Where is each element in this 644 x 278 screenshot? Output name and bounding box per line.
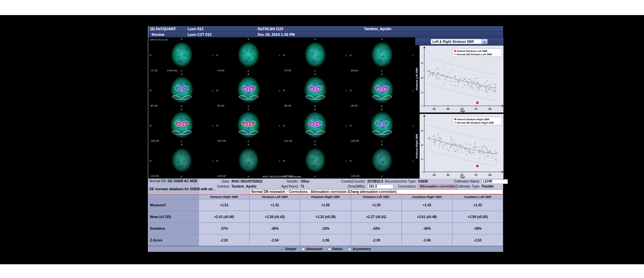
- slice-cell[interactable]: APRL-91.00: [215, 73, 282, 108]
- table-value-cell: +2.59 (±0.50): [452, 211, 503, 223]
- table-value-cell: -33%: [300, 223, 351, 234]
- slice-position-label: -103.00: [150, 139, 159, 142]
- mode-label: Review: [152, 32, 164, 37]
- slice-position-label: -115.00: [350, 139, 359, 142]
- uptake-pattern: [371, 147, 393, 173]
- orientation-marker-right: L: [413, 160, 414, 162]
- striatum-right-roi-outline: [380, 85, 390, 92]
- orientation-marker-bottom: P: [314, 105, 316, 108]
- slice-position-label: -83.00: [350, 69, 358, 72]
- orientation-marker-top: A: [181, 73, 182, 75]
- table-value-cell: -45%: [402, 223, 452, 234]
- normal-db-label: Normal DB:: [149, 179, 167, 183]
- radio-advanced[interactable]: Advanced: [302, 247, 322, 251]
- table-value-cell: +2.27 (±0.41): [351, 211, 402, 223]
- orientation-marker-right: L: [212, 54, 214, 57]
- title-bar-row-1: (5) DaTQUANT Lyon 012 DaTSCAN I123 Tande…: [148, 26, 503, 32]
- table-row: Mean (±1 SD)+2.41 (±0.40)+2.38 (±0.42)+2…: [148, 211, 503, 223]
- field-label: Gender:: [249, 180, 299, 183]
- column-header: Striatum Right SBR: [199, 195, 250, 199]
- field-label: Collimator Name:: [431, 180, 480, 183]
- chevron-down-icon[interactable]: ▼: [482, 39, 487, 44]
- column-header: Caudatus Left SBR: [452, 195, 503, 199]
- slice-cell[interactable]: APRL-107.00: [215, 108, 282, 143]
- slice-cell[interactable]: APRL-115.00: [348, 108, 415, 143]
- field-label: Collimator Type:: [431, 185, 480, 188]
- screen: (5) DaTQUANT Lyon 012 DaTSCAN I123 Tande…: [0, 0, 644, 278]
- orientation-marker-bottom: P: [181, 70, 182, 72]
- table-row: Deviation-37%-45%-33%-43%-45%-49%: [148, 223, 503, 234]
- orientation-marker-top: A: [381, 38, 383, 40]
- brain-slice-image: [170, 147, 193, 173]
- title-bar: (5) DaTQUANT Lyon 012 DaTSCAN I123 Tande…: [148, 26, 503, 38]
- orientation-marker-left: R: [150, 89, 151, 92]
- radio-label: Advanced: [306, 247, 322, 251]
- study-info-panel: Normal DB: GE OSEM AC NDB GE normals dat…: [148, 179, 503, 194]
- orientation-marker-left: R: [283, 160, 285, 162]
- reference-roi-outline: [305, 94, 326, 101]
- slice-cell[interactable]: APRL-83.00: [348, 38, 415, 73]
- table-value-cell: +1.55: [300, 199, 351, 211]
- field-value: Parallel: [482, 185, 494, 188]
- slice-cell[interactable]: APRL-87.00: [148, 73, 215, 108]
- slice-cell[interactable]: APRL-71.004.00 mm: [148, 38, 215, 73]
- column-header: Caudatus Right SBR: [402, 195, 452, 199]
- view-mode-bar: SimpleAdvancedRatiosAsymmetry: [148, 246, 503, 252]
- slice-cell[interactable]: APRL-103.00: [148, 108, 215, 143]
- radio-asymmetry[interactable]: Asymmetry: [348, 247, 371, 251]
- slice-cell[interactable]: APRL-99.00: [348, 73, 415, 108]
- slice-cell[interactable]: APRL-127.00: [282, 143, 348, 178]
- svg-text:Age: Age: [460, 110, 466, 113]
- orientation-marker-right: L: [279, 160, 280, 162]
- table-row: Z-Score-2.20-2.54-1.96-2.39-2.46-2.53: [148, 234, 503, 246]
- svg-text:80: 80: [488, 108, 491, 111]
- orientation-marker-left: R: [283, 54, 285, 57]
- radio-ratios[interactable]: Ratios: [328, 247, 343, 251]
- reference-roi-outline: [238, 130, 259, 136]
- svg-text:3: 3: [421, 144, 423, 147]
- svg-text:40: 40: [433, 108, 436, 111]
- radio-icon[interactable]: [302, 248, 305, 251]
- field-input[interactable]: LEHR: [482, 179, 508, 184]
- striatum-right-roi-outline: [180, 120, 190, 128]
- slice-cell[interactable]: APRL-79.00: [282, 38, 348, 73]
- orientation-marker-top: A: [248, 143, 249, 146]
- radio-icon[interactable]: [328, 248, 331, 251]
- table-value-cell: +1.31: [250, 199, 300, 211]
- orientation-marker-bottom: P: [181, 140, 182, 143]
- table-value-cell: -49%: [452, 223, 503, 234]
- study-fields: Data:IRAC REGISTEREDGender:OtherCounts(C…: [199, 179, 503, 194]
- slice-position-label: -75.00: [217, 69, 224, 72]
- orientation-marker-top: A: [181, 143, 182, 146]
- slice-cell[interactable]: APRL-95.00: [282, 73, 348, 108]
- table-corner-cell: [148, 195, 199, 199]
- radio-simple[interactable]: Simple: [280, 247, 296, 251]
- svg-text:70: 70: [475, 173, 478, 177]
- slice-cell[interactable]: APRL-75.00: [215, 38, 282, 73]
- slice-cell[interactable]: APRL-123.00: [215, 143, 282, 178]
- column-header: Striatum Left SBR: [250, 195, 300, 199]
- slice-cell[interactable]: APRL-119.00: [148, 143, 215, 178]
- uptake-pattern: [370, 41, 394, 69]
- slice-position-label: -71.00: [150, 69, 158, 72]
- orientation-marker-top: A: [314, 73, 316, 75]
- normal-db-block: Normal DB: GE OSEM AC NDB GE normals dat…: [148, 179, 199, 194]
- slice-position-label: -91.00: [217, 104, 224, 107]
- svg-text:4: 4: [421, 129, 423, 132]
- slice-cell[interactable]: APRL-111.00: [282, 108, 348, 143]
- slice-cell[interactable]: APRL-131.00: [348, 143, 415, 178]
- study-datetime: Dec 29, 2014 1:26 PM: [258, 32, 295, 37]
- svg-text:Patient Striatum Right SBR: Patient Striatum Right SBR: [457, 118, 489, 121]
- patient-data-point: [476, 165, 478, 167]
- app-title: (5) DaTQUANT: [150, 27, 176, 31]
- slice-position-label: -95.00: [283, 104, 291, 107]
- fields-row-2: Camera:Tandem_ApolloAge(Years):71Dose(MB…: [199, 184, 503, 189]
- orientation-marker-top: A: [248, 73, 249, 75]
- radio-icon[interactable]: [280, 248, 284, 251]
- table-value-cell: +2.38 (±0.42): [250, 211, 300, 223]
- sbr-view-dropdown[interactable]: Left & Right Striatum SBR ▼: [431, 39, 488, 44]
- study-type: DaTSCAN I123: [258, 27, 283, 31]
- orientation-marker-top: A: [381, 73, 383, 75]
- orientation-marker-right: L: [279, 54, 280, 57]
- radio-icon[interactable]: [348, 248, 351, 251]
